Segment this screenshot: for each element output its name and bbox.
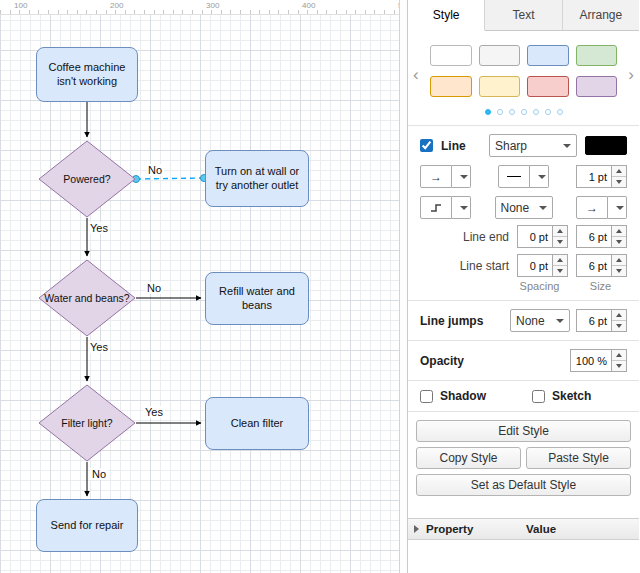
line-end-spacing-value[interactable]: 0 pt <box>517 225 553 248</box>
ruler-label: 100 <box>14 1 27 10</box>
edge-label-yes[interactable]: Yes <box>88 222 110 234</box>
chevron-left-icon[interactable]: ‹ <box>413 65 419 85</box>
stepper-down-icon[interactable] <box>612 361 626 371</box>
style-preset-red[interactable] <box>527 76 569 97</box>
chevron-right-icon[interactable]: › <box>628 65 634 85</box>
flowchart-node-water[interactable] <box>39 260 135 336</box>
opacity-value[interactable]: 100 % <box>570 349 612 372</box>
edge-label-no[interactable]: No <box>145 282 163 294</box>
arrow-start-combo: → <box>576 196 627 219</box>
shadow-checkbox[interactable] <box>420 390 433 403</box>
page-dot[interactable] <box>485 109 491 115</box>
line-end-size-stepper: 6 pt <box>576 225 627 248</box>
node-label: Coffee machine isn't working <box>40 61 134 89</box>
stepper-down-icon[interactable] <box>612 177 626 187</box>
edge-powered-outlet-selected[interactable] <box>136 178 204 179</box>
stepper-down-icon[interactable] <box>553 237 567 247</box>
style-preset-purple[interactable] <box>576 76 618 97</box>
style-preset-grid <box>430 45 617 97</box>
tab-arrange[interactable]: Arrange <box>563 0 639 31</box>
connection-select[interactable]: None <box>495 196 553 219</box>
stepper-up-icon[interactable] <box>553 255 567 266</box>
ruler-label: 300 <box>206 1 219 10</box>
stepper-up-icon[interactable] <box>553 226 567 237</box>
flowchart-node-repair[interactable]: Send for repair <box>36 499 138 552</box>
flowchart-node-clean[interactable]: Clean filter <box>205 397 309 450</box>
stepper-down-icon[interactable] <box>612 266 626 276</box>
shadow-label: Shadow <box>440 389 486 403</box>
line-start-size-value[interactable]: 6 pt <box>576 254 612 277</box>
sketch-label: Sketch <box>552 389 591 403</box>
stepper-up-icon[interactable] <box>612 255 626 266</box>
tab-text[interactable]: Text <box>485 0 562 31</box>
flowchart-node-refill[interactable]: Refill water and beans <box>205 272 309 325</box>
page-dot[interactable] <box>557 109 563 115</box>
line-start-spacing-stepper: 0 pt <box>517 254 568 277</box>
style-preset-orange[interactable] <box>430 76 472 97</box>
property-table-header[interactable]: Property Value <box>408 518 639 540</box>
style-preset-none[interactable] <box>430 45 472 66</box>
flowchart-node-start[interactable]: Coffee machine isn't working <box>36 47 138 102</box>
page-dot[interactable] <box>545 109 551 115</box>
line-width-value[interactable]: 1 pt <box>576 165 612 188</box>
diagram-canvas[interactable]: 100 200 300 400 500 <box>0 0 400 573</box>
arrow-start-icon[interactable]: → <box>576 196 608 219</box>
edge-label-no[interactable]: No <box>90 468 108 480</box>
line-jumps-section: Line jumps None 6 pt <box>408 300 639 340</box>
ruler-label: 200 <box>110 1 123 10</box>
page-dot[interactable] <box>497 109 503 115</box>
stepper-down-icon[interactable] <box>612 321 626 331</box>
chevron-down-icon[interactable] <box>530 165 549 188</box>
edge-label-no[interactable]: No <box>146 164 164 176</box>
edit-style-button[interactable]: Edit Style <box>416 420 631 442</box>
edge-label-yes[interactable]: Yes <box>88 341 110 353</box>
opacity-label: Opacity <box>420 354 464 368</box>
ruler-ticks <box>0 10 399 14</box>
line-label: Line <box>441 139 466 153</box>
flowchart-node-outlet[interactable]: Turn on at wall or try another outlet <box>205 150 309 207</box>
horizontal-ruler: 100 200 300 400 500 <box>0 0 399 15</box>
expander-triangle-icon[interactable] <box>414 525 419 533</box>
stepper-down-icon[interactable] <box>553 266 567 276</box>
page-dot[interactable] <box>509 109 515 115</box>
tab-style[interactable]: Style <box>408 0 485 31</box>
set-default-style-button[interactable]: Set as Default Style <box>416 474 631 496</box>
line-start-spacing-value[interactable]: 0 pt <box>517 254 553 277</box>
chevron-down-icon[interactable] <box>452 196 471 219</box>
node-label: Clean filter <box>231 417 284 431</box>
chevron-down-icon[interactable] <box>452 165 471 188</box>
stepper-up-icon[interactable] <box>612 310 626 321</box>
page-dot[interactable] <box>521 109 527 115</box>
line-end-spacing-stepper: 0 pt <box>517 225 568 248</box>
page-dot[interactable] <box>533 109 539 115</box>
drawio-app: 100 200 300 400 500 <box>0 0 640 573</box>
line-jumps-select[interactable]: None <box>510 309 570 332</box>
waypoints-combo <box>420 196 471 219</box>
sketch-checkbox[interactable] <box>532 390 545 403</box>
arrow-end-icon[interactable]: → <box>420 165 452 188</box>
stepper-up-icon[interactable] <box>612 350 626 361</box>
connection-style-combo: → <box>420 165 471 188</box>
copy-style-button[interactable]: Copy Style <box>416 447 521 469</box>
edge-label-yes[interactable]: Yes <box>143 406 165 418</box>
style-preset-blue[interactable] <box>527 45 569 66</box>
flowchart-node-powered[interactable] <box>39 141 135 217</box>
line-style-select[interactable]: Sharp <box>489 134 577 157</box>
stepper-up-icon[interactable] <box>612 226 626 237</box>
line-checkbox[interactable] <box>420 139 433 152</box>
flowchart-node-filter[interactable] <box>39 385 135 461</box>
style-preset-gray[interactable] <box>479 45 521 66</box>
chevron-down-icon <box>556 319 564 323</box>
stepper-down-icon[interactable] <box>612 237 626 247</box>
style-preset-green[interactable] <box>576 45 618 66</box>
orthogonal-waypoints-icon[interactable] <box>420 196 452 219</box>
line-jumps-size-value[interactable]: 6 pt <box>576 309 612 332</box>
line-end-size-value[interactable]: 6 pt <box>576 225 612 248</box>
line-color-button[interactable] <box>585 136 627 155</box>
solid-line-icon[interactable] <box>498 165 530 188</box>
style-preset-yellow[interactable] <box>479 76 521 97</box>
paste-style-button[interactable]: Paste Style <box>526 447 631 469</box>
stepper-up-icon[interactable] <box>612 166 626 177</box>
chevron-down-icon[interactable] <box>608 196 627 219</box>
property-column-header: Property <box>426 523 526 535</box>
